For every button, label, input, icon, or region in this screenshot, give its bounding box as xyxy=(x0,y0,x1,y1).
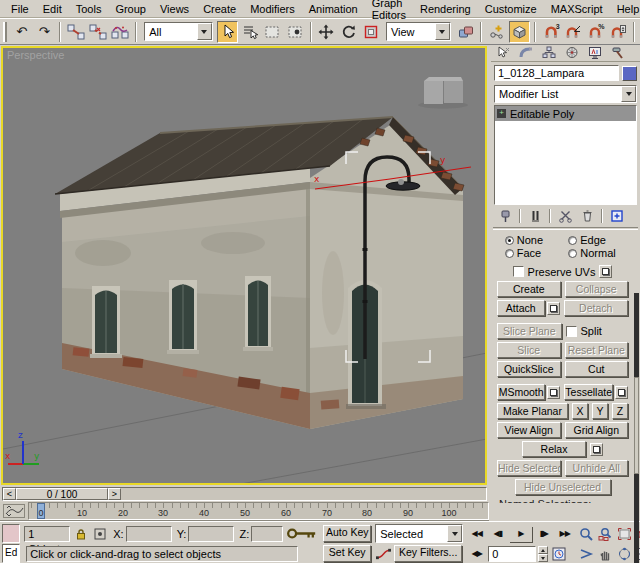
selection-lock-toggle[interactable] xyxy=(72,526,89,542)
macro-recorder-line[interactable] xyxy=(2,524,20,543)
menu-graph-editors[interactable]: Graph Editors xyxy=(365,0,413,22)
attach-settings-button[interactable] xyxy=(547,302,560,315)
relax-button[interactable]: Relax xyxy=(522,441,586,457)
zoom-all-button[interactable] xyxy=(597,526,614,542)
make-unique-button[interactable] xyxy=(555,208,575,225)
zoom-extents-button[interactable] xyxy=(616,526,633,542)
window-crossing-button[interactable] xyxy=(284,21,305,43)
menu-animation[interactable]: Animation xyxy=(302,2,365,16)
msmooth-settings-button[interactable] xyxy=(547,386,560,399)
current-frame-field[interactable]: 0 xyxy=(488,546,536,562)
select-and-move-button[interactable] xyxy=(316,21,337,43)
dropdown-arrow-icon[interactable] xyxy=(435,23,450,40)
go-to-start-button[interactable]: ◀◀ xyxy=(467,526,486,542)
bind-to-space-warp-button[interactable] xyxy=(110,21,131,43)
split-checkbox[interactable] xyxy=(566,326,577,337)
tab-display[interactable] xyxy=(585,45,605,60)
reset-plane-button[interactable]: Reset Plane xyxy=(565,342,629,358)
make-planar-z-button[interactable]: Z xyxy=(612,403,628,419)
unhide-all-button[interactable]: Unhide All xyxy=(565,460,629,476)
frame-spinner[interactable] xyxy=(538,546,548,562)
dropdown-arrow-icon[interactable] xyxy=(197,23,212,40)
quickslice-button[interactable]: QuickSlice xyxy=(497,361,561,377)
y-coordinate-field[interactable] xyxy=(188,526,234,542)
menu-tools[interactable]: Tools xyxy=(69,2,109,16)
maxscript-mini-listener[interactable]: Ed xyxy=(2,524,20,563)
toolbar-grip[interactable] xyxy=(3,22,7,42)
expand-icon[interactable]: + xyxy=(497,109,506,118)
next-key-button[interactable]: ▮▶ xyxy=(534,526,553,542)
menu-customize[interactable]: Customize xyxy=(478,2,544,16)
time-configuration-button[interactable] xyxy=(550,546,567,562)
constraint-none-radio[interactable]: None xyxy=(505,234,557,246)
time-slider-track[interactable]: < 0 / 100 > xyxy=(2,487,487,501)
attach-button[interactable]: Attach xyxy=(497,300,545,316)
make-planar-y-button[interactable]: Y xyxy=(592,403,608,419)
tab-create[interactable] xyxy=(493,45,513,60)
make-planar-button[interactable]: Make Planar xyxy=(497,403,568,419)
x-coordinate-field[interactable] xyxy=(126,526,172,542)
window-3[interactable] xyxy=(243,276,273,351)
select-and-rotate-button[interactable] xyxy=(338,21,359,43)
modifier-stack-list[interactable]: + Editable Poly xyxy=(494,105,637,205)
redo-button[interactable]: ↷ xyxy=(33,21,54,43)
spinner-down-icon[interactable] xyxy=(538,554,548,562)
tab-hierarchy[interactable] xyxy=(539,45,559,60)
reference-coordinate-system-dropdown[interactable]: View xyxy=(386,22,451,41)
configure-modifier-sets-button[interactable] xyxy=(607,208,627,225)
object-color-swatch[interactable] xyxy=(622,66,637,81)
dropdown-arrow-icon[interactable] xyxy=(447,525,462,542)
spinner-snap-toggle-button[interactable] xyxy=(607,21,628,43)
object-name-field[interactable]: 1_0128_Lampara xyxy=(494,65,619,81)
snaps-toggle-button[interactable] xyxy=(509,21,530,43)
arc-rotate-button[interactable] xyxy=(616,546,633,562)
unlink-selection-button[interactable] xyxy=(87,21,108,43)
select-and-scale-button[interactable] xyxy=(360,21,381,43)
angle-snap-toggle-button[interactable] xyxy=(563,21,584,43)
set-keys-button[interactable] xyxy=(285,526,319,542)
msmooth-button[interactable]: MSmooth xyxy=(497,384,545,400)
view-align-button[interactable]: View Align xyxy=(497,422,561,438)
menu-maxscript[interactable]: MAXScript xyxy=(544,2,610,16)
track-bar-ruler[interactable]: 0 10 20 30 40 50 60 70 80 90 100 xyxy=(28,502,489,520)
tab-motion[interactable] xyxy=(562,45,582,60)
panel-scrollbar[interactable] xyxy=(634,293,639,563)
hide-selected-button[interactable]: Hide Selected xyxy=(497,460,561,476)
menu-edit[interactable]: Edit xyxy=(36,2,69,16)
stack-item-editable-poly[interactable]: + Editable Poly xyxy=(495,106,636,121)
tab-utilities[interactable] xyxy=(608,45,628,60)
relax-settings-button[interactable] xyxy=(590,443,603,456)
menu-group[interactable]: Group xyxy=(108,2,153,16)
menu-views[interactable]: Views xyxy=(153,2,196,16)
key-mode-dropdown[interactable]: Selected xyxy=(375,524,463,543)
grid-align-button[interactable]: Grid Align xyxy=(565,422,629,438)
menu-modifiers[interactable]: Modifiers xyxy=(243,2,302,16)
viewport-label[interactable]: Perspective xyxy=(7,49,64,61)
menu-create[interactable]: Create xyxy=(196,2,243,16)
show-end-result-button[interactable] xyxy=(525,208,545,225)
collapse-button[interactable]: Collapse xyxy=(565,281,629,297)
play-animation-button[interactable]: ▶ xyxy=(509,526,532,542)
constraint-edge-radio[interactable]: Edge xyxy=(568,234,620,246)
create-button[interactable]: Create xyxy=(497,281,561,297)
perspective-viewport[interactable]: x y x y z Perspective xyxy=(1,46,487,485)
slice-plane-button[interactable]: Slice Plane xyxy=(497,323,562,339)
selection-filter-dropdown[interactable]: All xyxy=(144,22,213,41)
tab-modify[interactable] xyxy=(516,45,536,60)
previous-frame-button[interactable]: < xyxy=(3,488,16,500)
distant-boxes-object[interactable] xyxy=(418,77,468,109)
spinner-up-icon[interactable] xyxy=(538,546,548,554)
select-and-link-button[interactable] xyxy=(65,21,86,43)
window-2[interactable] xyxy=(167,280,199,354)
make-planar-x-button[interactable]: X xyxy=(572,403,588,419)
detach-button[interactable]: Detach xyxy=(564,300,629,316)
preserve-uvs-settings-button[interactable] xyxy=(599,265,612,278)
default-tangents-button[interactable] xyxy=(375,546,392,562)
pan-view-button[interactable] xyxy=(597,546,614,562)
z-coordinate-field[interactable] xyxy=(251,526,283,542)
cut-button[interactable]: Cut xyxy=(565,361,629,377)
previous-key-button[interactable]: ◀▮ xyxy=(488,526,507,542)
undo-button[interactable]: ↶ xyxy=(11,21,32,43)
snap-toggle-3d-button[interactable]: 3 xyxy=(540,21,561,43)
menu-rendering[interactable]: Rendering xyxy=(413,2,478,16)
